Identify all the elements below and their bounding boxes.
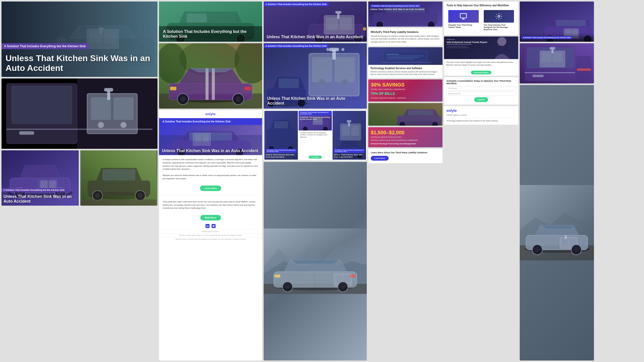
svg-rect-79 <box>202 134 209 142</box>
linkedin-icon <box>206 224 210 228</box>
svg-rect-3 <box>89 31 102 43</box>
tools-title: Tools to Help Improve Your Efficiency an… <box>447 4 516 7</box>
svg-point-80 <box>207 225 207 225</box>
svg-rect-129 <box>347 120 351 122</box>
svg-rect-180 <box>447 48 469 48</box>
svg-point-104 <box>341 48 344 51</box>
svg-rect-102 <box>329 48 339 51</box>
sink-blue-banner: A Solution That Includes Everything but … <box>264 44 329 48</box>
tech-services-card: Technology Enabled Services and Software… <box>368 47 442 78</box>
svg-rect-62 <box>212 68 215 100</box>
mustang-card <box>159 43 262 109</box>
svg-rect-211 <box>561 239 568 246</box>
svg-rect-87 <box>340 17 352 30</box>
svg-rect-193 <box>525 72 575 73</box>
svg-rect-8 <box>140 37 149 43</box>
svg-point-172 <box>432 122 438 126</box>
bottom-car-banner: A Solution That Includes Everything but … <box>2 188 66 192</box>
svg-point-150 <box>340 284 345 289</box>
purple-sink-banner: A Solution That Includes Everything but … <box>264 2 329 6</box>
svg-rect-128 <box>348 122 350 126</box>
svg-marker-142 <box>292 260 339 264</box>
svg-rect-68 <box>170 87 176 90</box>
sink-blue-large-card: A Solution That Includes Everything but … <box>264 43 367 109</box>
email-cta1[interactable]: Learn More <box>200 186 221 191</box>
svg-rect-97 <box>312 57 332 82</box>
svg-rect-21 <box>19 131 34 135</box>
svg-point-100 <box>341 79 348 86</box>
svg-rect-165 <box>386 59 414 59</box>
teal-car-heading: A Solution That Includes Everything but … <box>163 29 258 39</box>
svg-rect-7 <box>57 37 66 43</box>
savings-stat-pct: 70% OF BILLS <box>371 92 440 96</box>
mini-grid: A Solution That Includes Everything but … <box>264 110 367 160</box>
tech-services-title: Technology Enabled Services and Software <box>370 67 440 70</box>
email-header-banner: A Solution That Includes Everything but … <box>159 118 262 125</box>
consult-submit-btn[interactable]: Submit <box>474 97 488 102</box>
cost-stat-card: $1,500–$2,000 AVERAGE REDUCTION IN COST … <box>368 127 442 147</box>
svg-rect-108 <box>279 78 299 88</box>
stat-car-photo <box>368 103 442 126</box>
email-cta2[interactable]: Read More <box>200 215 221 220</box>
svg-point-157 <box>376 21 383 27</box>
svg-rect-78 <box>195 134 201 142</box>
hero-card: A Solution That Includes Everything but … <box>2 2 157 77</box>
cta-consult-card: Learn More About Our Third Party Liabili… <box>368 149 442 163</box>
svg-point-158 <box>428 21 435 27</box>
door-sink-card <box>2 78 157 149</box>
svg-rect-61 <box>206 68 209 100</box>
svg-rect-114 <box>274 121 288 128</box>
svg-rect-145 <box>335 275 342 283</box>
cost-stat-big: $1,500–$2,000 <box>371 130 440 135</box>
svg-rect-164 <box>386 57 419 58</box>
twitter-icon <box>212 224 216 228</box>
svg-rect-6 <box>99 27 104 29</box>
purple-sink-heading: Unless That Kitchen Sink Was in an Auto … <box>267 34 364 39</box>
mini-card-3: A Solution That Includes Everything but … <box>333 111 366 160</box>
bottom-car-heading: Unless That Kitchen Sink Was in an Auto … <box>2 192 79 206</box>
svg-point-17 <box>120 122 127 128</box>
rc3-banner: A Solution That Includes Everything but … <box>522 36 572 39</box>
email-hero-heading: Unless That Kitchen Sink Was in an Auto … <box>162 148 259 153</box>
svg-point-217 <box>574 247 579 252</box>
svg-point-176 <box>498 15 500 17</box>
email-footer-links: mitchell | genex | coventry <box>159 230 262 233</box>
svg-rect-37 <box>103 169 135 180</box>
email-footer-legal: Mitchell | Genex | Coventry have come to… <box>159 237 262 241</box>
svg-rect-199 <box>550 47 555 50</box>
svg-rect-5 <box>100 29 102 34</box>
silver-car-card <box>264 162 367 360</box>
svg-rect-197 <box>552 53 562 62</box>
svg-rect-14 <box>91 97 111 120</box>
svg-rect-48 <box>187 14 207 22</box>
enlyte-brand-card: enlyte mitchell | genex | coventry Techn… <box>444 106 518 125</box>
plain-car-card <box>80 150 157 206</box>
teal-car-card: A Solution That Includes Everything but … <box>159 2 262 42</box>
tools-sub2: The Only Industry Tool Designed for the … <box>484 24 514 31</box>
enlyte-logo: enlyte <box>159 110 262 118</box>
mitchell-third-party-card: Mitchell's Third Party Liability Solutio… <box>368 28 442 46</box>
svg-rect-98 <box>335 57 355 82</box>
email-preview-card: enlyte A Solution That Includes Everythi… <box>159 110 262 360</box>
svg-rect-152 <box>350 275 356 278</box>
email-body2: Whether you want the whole-kitchen-sink … <box>159 174 262 184</box>
schedule-consult-card: Schedule a Consultation Today to Optimiz… <box>444 77 518 105</box>
cost-stat-sub: Workers Claims Cycle from Enrollment to … <box>371 139 440 141</box>
mini-card-2: A Solution That Includes Everything but … <box>299 111 332 160</box>
cta-learn-more-btn[interactable]: Learn More <box>371 156 389 161</box>
svg-rect-213 <box>565 235 567 239</box>
svg-marker-25 <box>20 165 60 178</box>
svg-rect-19 <box>104 88 113 92</box>
savings-stat-provider: Provider Payment Solutions - Networks <box>371 97 440 99</box>
hero-heading: Unless That Kitchen Sink Was in an Auto … <box>2 49 157 77</box>
svg-marker-209 <box>542 225 576 229</box>
sink-blue-heading: Unless That Kitchen Sink Was in an Auto … <box>267 96 363 106</box>
rc1-hero-card: A Solution That Includes Everything but … <box>368 2 442 27</box>
enlyte-brand-name: enlyte <box>447 109 516 113</box>
mitchell-title: Mitchell's Third Party Liability Solutio… <box>371 31 440 33</box>
tools-card: Tools to Help Improve Your Efficiency an… <box>444 2 518 35</box>
svg-point-103 <box>326 48 329 51</box>
email-footer-addr: 100 Irony 1, Next2 Santa Group, LLC. 317… <box>159 233 262 237</box>
cost-stat-label: AVERAGE REDUCTION IN COST <box>371 136 440 138</box>
svg-rect-146 <box>343 275 350 283</box>
